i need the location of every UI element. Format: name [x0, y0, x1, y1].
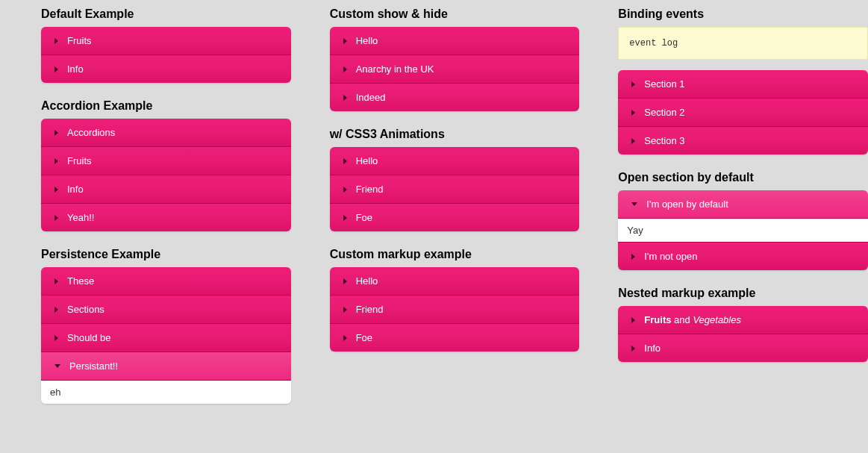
- chevron-right-icon: [631, 317, 635, 323]
- chevron-down-icon: [631, 202, 637, 206]
- column-3: Binding events event log Section 1 Secti…: [618, 7, 868, 420]
- accordion-item-hello[interactable]: Hello: [330, 147, 580, 175]
- accordion-item-fruits[interactable]: Fruits: [41, 27, 291, 55]
- group-title: Custom show & hide: [330, 7, 580, 21]
- item-label: Hello: [356, 35, 378, 46]
- accordion-item-sections[interactable]: Sections: [41, 296, 291, 324]
- column-2: Custom show & hide Hello Anarchy in the …: [330, 7, 580, 420]
- chevron-right-icon: [54, 158, 58, 164]
- item-label: Friend: [356, 184, 384, 195]
- accordion-open-default: I'm open by default Yay I'm not open: [618, 190, 868, 270]
- item-label: Sections: [67, 304, 104, 315]
- group-title: Binding events: [618, 7, 868, 21]
- accordion-custom-markup: Hello Friend Foe: [330, 267, 580, 352]
- accordion-content: Yay: [618, 219, 868, 243]
- chevron-right-icon: [54, 66, 58, 72]
- accordion-item-open-default[interactable]: I'm open by default: [618, 190, 868, 219]
- accordion-item-friend[interactable]: Friend: [330, 296, 580, 324]
- accordion-persistence: These Sections Should be Persistant!! eh: [41, 267, 291, 404]
- group-nested-markup: Nested markup example Fruits and Vegetab…: [618, 287, 868, 362]
- accordion-item-info[interactable]: Info: [618, 334, 868, 362]
- chevron-right-icon: [54, 307, 58, 313]
- group-title: w/ CSS3 Animations: [330, 128, 580, 141]
- item-label: Indeed: [356, 92, 386, 103]
- item-label: Hello: [356, 275, 378, 287]
- chevron-right-icon: [343, 335, 347, 341]
- chevron-right-icon: [631, 110, 635, 116]
- accordion-item-info[interactable]: Info: [41, 55, 291, 83]
- accordion-item-not-open[interactable]: I'm not open: [618, 243, 868, 270]
- chevron-right-icon: [343, 38, 347, 44]
- accordion-item-hello[interactable]: Hello: [330, 267, 580, 296]
- chevron-right-icon: [54, 335, 58, 341]
- chevron-right-icon: [631, 346, 635, 352]
- accordion-item-anarchy[interactable]: Anarchy in the UK: [330, 55, 580, 84]
- group-title: Persistence Example: [41, 248, 291, 261]
- accordion-default: Fruits Info: [41, 27, 291, 83]
- accordion-item-accordions[interactable]: Accordions: [41, 119, 291, 147]
- item-label: Section 3: [644, 135, 684, 146]
- accordion-nested: Fruits and Vegetables Info: [618, 306, 868, 362]
- chevron-right-icon: [54, 130, 58, 136]
- accordion-accordion-example: Accordions Fruits Info Yeah!!: [41, 119, 291, 231]
- accordion-item-section-1[interactable]: Section 1: [618, 70, 868, 99]
- group-default-example: Default Example Fruits Info: [41, 7, 291, 83]
- accordion-item-these[interactable]: These: [41, 267, 291, 296]
- accordion-item-fruits-veg[interactable]: Fruits and Vegetables: [618, 306, 868, 334]
- event-log: event log: [618, 27, 868, 60]
- item-label: Fruits: [67, 35, 92, 46]
- chevron-right-icon: [54, 38, 58, 44]
- chevron-right-icon: [54, 278, 58, 284]
- accordion-item-indeed[interactable]: Indeed: [330, 84, 580, 111]
- item-label: Info: [644, 343, 661, 354]
- chevron-right-icon: [54, 187, 58, 193]
- group-title: Nested markup example: [618, 287, 868, 300]
- item-label: Should be: [67, 332, 111, 343]
- item-label: These: [67, 275, 94, 287]
- group-binding-events: Binding events event log Section 1 Secti…: [618, 7, 868, 154]
- group-title: Custom markup example: [330, 248, 580, 261]
- accordion-custom-show-hide: Hello Anarchy in the UK Indeed: [330, 27, 580, 111]
- accordion-item-yeah[interactable]: Yeah!!: [41, 204, 291, 231]
- item-label: Info: [67, 63, 84, 75]
- item-label: Fruits and Vegetables: [644, 314, 741, 325]
- item-label: Anarchy in the UK: [356, 63, 434, 75]
- item-label: Foe: [356, 212, 372, 223]
- group-persistence-example: Persistence Example These Sections Shoul…: [41, 248, 291, 404]
- group-custom-markup: Custom markup example Hello Friend Foe: [330, 248, 580, 352]
- accordion-item-hello[interactable]: Hello: [330, 27, 580, 55]
- accordion-item-section-2[interactable]: Section 2: [618, 99, 868, 127]
- accordion-content: eh: [41, 381, 291, 404]
- chevron-right-icon: [631, 254, 635, 260]
- item-label: Accordions: [67, 127, 115, 138]
- group-accordion-example: Accordion Example Accordions Fruits Info…: [41, 99, 291, 231]
- accordion-item-info[interactable]: Info: [41, 175, 291, 204]
- accordion-item-persistant[interactable]: Persistant!!: [41, 352, 291, 381]
- item-label: Yeah!!: [67, 212, 94, 223]
- group-css3-animations: w/ CSS3 Animations Hello Friend Foe: [330, 128, 580, 231]
- group-title: Accordion Example: [41, 99, 291, 113]
- column-1: Default Example Fruits Info Accordion Ex…: [41, 7, 291, 420]
- accordion-item-fruits[interactable]: Fruits: [41, 147, 291, 175]
- chevron-right-icon: [631, 81, 635, 87]
- chevron-right-icon: [343, 278, 347, 284]
- chevron-right-icon: [343, 95, 347, 101]
- chevron-right-icon: [631, 138, 635, 144]
- accordion-binding: Section 1 Section 2 Section 3: [618, 70, 868, 154]
- group-title: Open section by default: [618, 171, 868, 184]
- item-label: Persistant!!: [69, 360, 118, 372]
- accordion-item-foe[interactable]: Foe: [330, 204, 580, 231]
- chevron-right-icon: [54, 215, 58, 221]
- chevron-right-icon: [343, 187, 347, 193]
- accordion-css3: Hello Friend Foe: [330, 147, 580, 231]
- chevron-right-icon: [343, 158, 347, 164]
- item-label: Fruits: [67, 155, 92, 166]
- accordion-item-section-3[interactable]: Section 3: [618, 127, 868, 154]
- chevron-right-icon: [343, 307, 347, 313]
- item-label: I'm not open: [644, 251, 697, 262]
- accordion-item-friend[interactable]: Friend: [330, 175, 580, 204]
- accordion-item-foe[interactable]: Foe: [330, 324, 580, 352]
- group-open-default: Open section by default I'm open by defa…: [618, 171, 868, 270]
- item-label: Foe: [356, 332, 372, 343]
- accordion-item-should-be[interactable]: Should be: [41, 324, 291, 352]
